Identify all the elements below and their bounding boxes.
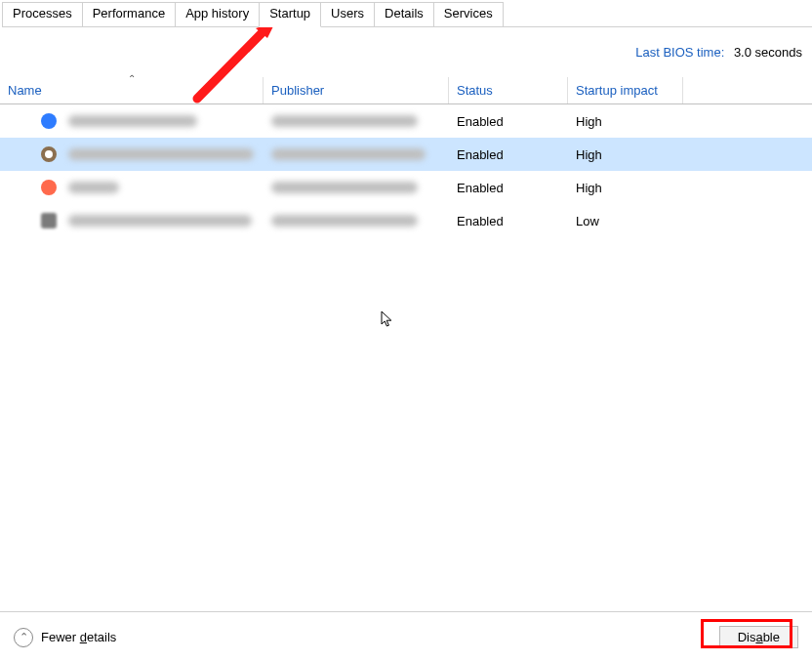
impact-value: High	[568, 147, 683, 162]
publisher-blurred	[271, 182, 418, 193]
startup-row[interactable]: EnabledHigh	[0, 171, 812, 204]
column-header-impact[interactable]: Startup impact	[568, 77, 683, 103]
column-header-publisher[interactable]: Publisher	[264, 77, 449, 103]
publisher-blurred	[271, 148, 426, 160]
fewer-details-label: Fewer details	[41, 630, 116, 644]
app-name-blurred	[68, 215, 252, 227]
app-icon	[41, 113, 57, 129]
tab-bar: Processes Performance App history Startu…	[2, 2, 812, 27]
startup-row[interactable]: EnabledLow	[0, 204, 812, 237]
impact-value: High	[568, 181, 683, 195]
bios-time-readout: Last BIOS time: 3.0 seconds	[0, 27, 812, 77]
impact-value: High	[568, 114, 683, 129]
tab-performance[interactable]: Performance	[82, 2, 176, 26]
startup-row[interactable]: EnabledHigh	[0, 104, 812, 138]
app-name-blurred	[68, 148, 254, 160]
bios-time-label: Last BIOS time:	[635, 45, 724, 60]
column-header-impact-label: Startup impact	[576, 83, 658, 98]
column-header-name-label: Name	[8, 83, 42, 98]
disable-button[interactable]: Disable	[719, 626, 798, 648]
app-name-blurred	[68, 115, 197, 127]
cursor-icon	[381, 310, 394, 332]
tab-startup[interactable]: Startup	[259, 2, 321, 27]
status-value: Enabled	[449, 214, 568, 228]
column-header-publisher-label: Publisher	[271, 83, 324, 98]
tab-processes[interactable]: Processes	[2, 2, 83, 26]
app-name-blurred	[68, 182, 119, 193]
app-icon	[41, 146, 57, 162]
startup-list: EnabledHighEnabledHighEnabledHighEnabled…	[0, 104, 812, 237]
tab-app-history[interactable]: App history	[175, 2, 260, 26]
status-value: Enabled	[449, 147, 568, 162]
column-header-status-label: Status	[457, 83, 493, 98]
impact-value: Low	[568, 214, 683, 228]
column-header-status[interactable]: Status	[449, 77, 568, 103]
startup-row[interactable]: EnabledHigh	[0, 138, 812, 171]
footer-bar: ⌃ Fewer details Disable	[0, 611, 812, 662]
sort-ascending-icon: ⌃	[128, 74, 136, 84]
status-value: Enabled	[449, 181, 568, 195]
app-icon	[41, 180, 57, 195]
publisher-blurred	[271, 215, 418, 227]
fewer-details-toggle[interactable]: ⌃ Fewer details	[14, 628, 116, 647]
app-icon	[41, 213, 57, 228]
column-header-name[interactable]: ⌃ Name	[0, 77, 264, 103]
column-header-row: ⌃ Name Publisher Status Startup impact	[0, 77, 812, 104]
tab-users[interactable]: Users	[320, 2, 375, 26]
tab-services[interactable]: Services	[433, 2, 504, 26]
tab-details[interactable]: Details	[374, 2, 434, 26]
publisher-blurred	[271, 115, 418, 127]
bios-time-value: 3.0 seconds	[734, 45, 802, 60]
chevron-up-icon: ⌃	[14, 628, 33, 647]
status-value: Enabled	[449, 114, 568, 129]
